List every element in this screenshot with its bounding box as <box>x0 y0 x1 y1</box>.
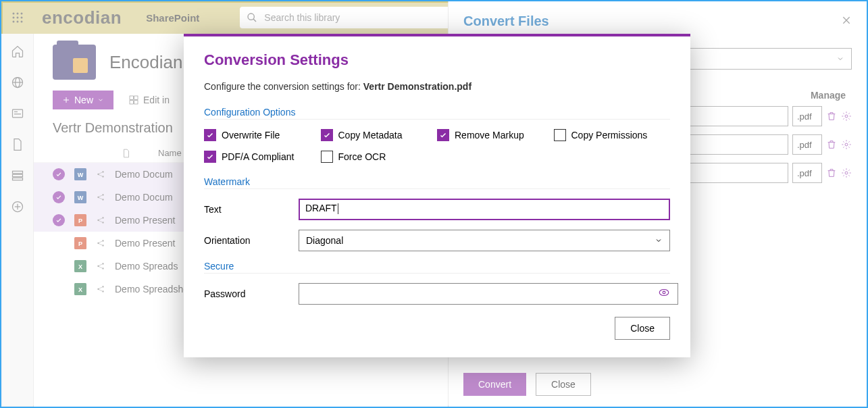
svg-point-76 <box>659 290 669 296</box>
checkbox-force_ocr[interactable]: Force OCR <box>321 151 438 163</box>
svg-point-77 <box>663 291 665 294</box>
checkbox-copy_perm[interactable]: Copy Permissions <box>554 129 671 141</box>
password-label: Password <box>204 288 299 299</box>
modal-close-button[interactable]: Close <box>615 317 670 340</box>
section-secure: Secure <box>204 261 670 274</box>
checkbox-copy_meta[interactable]: Copy Metadata <box>321 129 438 141</box>
checkbox-label: PDF/A Compliant <box>222 151 294 162</box>
checkbox-label: Remove Markup <box>455 130 524 141</box>
checkbox-box[interactable] <box>437 129 449 141</box>
checkbox-label: Copy Permissions <box>571 130 648 141</box>
checkbox-box[interactable] <box>204 151 216 163</box>
chevron-down-icon <box>655 236 663 245</box>
checkbox-remove_markup[interactable]: Remove Markup <box>437 129 554 141</box>
section-config: Configuration Options <box>204 107 670 120</box>
orientation-select[interactable]: Diagonal <box>299 230 670 251</box>
wm-text-label: Text <box>204 204 299 215</box>
checkbox-box[interactable] <box>204 129 216 141</box>
modal-title: Conversion Settings <box>204 51 670 69</box>
checkbox-label: Force OCR <box>338 151 386 162</box>
section-watermark: Watermark <box>204 176 670 189</box>
checkbox-pdfa[interactable]: PDF/A Compliant <box>204 151 321 163</box>
watermark-text-input[interactable]: DRAFT <box>299 199 670 220</box>
wm-orient-label: Orientation <box>204 235 299 246</box>
checkbox-box[interactable] <box>554 129 566 141</box>
modal-subtitle: Configure the conversion settings for: V… <box>204 81 670 92</box>
checkbox-box[interactable] <box>321 151 333 163</box>
checkbox-label: Copy Metadata <box>338 130 403 141</box>
conversion-settings-modal: Conversion Settings Configure the conver… <box>184 34 690 357</box>
checkbox-box[interactable] <box>321 129 333 141</box>
checkbox-label: Overwrite File <box>222 130 280 141</box>
password-input[interactable] <box>299 283 678 305</box>
checkbox-overwrite[interactable]: Overwrite File <box>204 129 321 141</box>
eye-icon[interactable] <box>658 286 670 301</box>
